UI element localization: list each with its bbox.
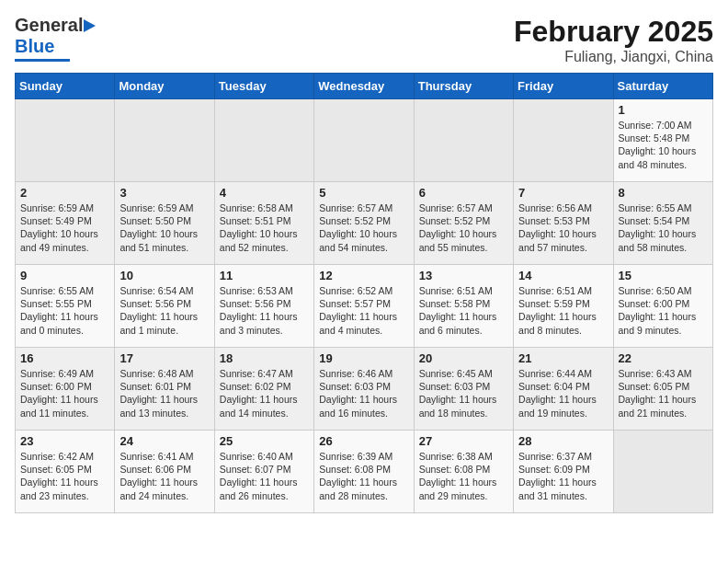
day-number: 12	[319, 269, 408, 282]
day-info: Sunrise: 6:50 AM Sunset: 6:00 PM Dayligh…	[619, 284, 708, 337]
weekday-header-sunday: Sunday	[16, 74, 115, 99]
calendar-cell	[115, 99, 214, 182]
day-info: Sunrise: 6:51 AM Sunset: 5:58 PM Dayligh…	[419, 284, 508, 337]
logo-general: General	[15, 15, 83, 36]
day-info: Sunrise: 6:43 AM Sunset: 6:05 PM Dayligh…	[619, 367, 708, 419]
calendar-cell: 12Sunrise: 6:52 AM Sunset: 5:57 PM Dayli…	[314, 265, 414, 348]
day-number: 14	[518, 269, 608, 282]
calendar-table: SundayMondayTuesdayWednesdayThursdayFrid…	[15, 73, 713, 513]
day-info: Sunrise: 6:41 AM Sunset: 6:06 PM Dayligh…	[119, 450, 209, 502]
calendar-cell: 14Sunrise: 6:51 AM Sunset: 5:59 PM Dayli…	[514, 265, 613, 348]
day-info: Sunrise: 6:57 AM Sunset: 5:52 PM Dayligh…	[419, 201, 508, 254]
calendar-cell: 20Sunrise: 6:45 AM Sunset: 6:03 PM Dayli…	[414, 348, 513, 431]
day-info: Sunrise: 6:57 AM Sunset: 5:52 PM Dayligh…	[319, 201, 408, 254]
weekday-header-monday: Monday	[115, 74, 214, 99]
calendar-cell: 26Sunrise: 6:39 AM Sunset: 6:08 PM Dayli…	[314, 431, 414, 513]
day-info: Sunrise: 6:55 AM Sunset: 5:54 PM Dayligh…	[619, 201, 708, 254]
calendar-cell: 13Sunrise: 6:51 AM Sunset: 5:58 PM Dayli…	[414, 265, 513, 348]
day-number: 5	[319, 186, 408, 200]
day-info: Sunrise: 6:44 AM Sunset: 6:04 PM Dayligh…	[518, 367, 608, 419]
day-info: Sunrise: 6:56 AM Sunset: 5:53 PM Dayligh…	[518, 201, 608, 254]
calendar-cell: 17Sunrise: 6:48 AM Sunset: 6:01 PM Dayli…	[115, 348, 214, 431]
page-header: General Blue February 2025 Fuliang, Jian…	[15, 15, 713, 65]
logo: General Blue	[15, 15, 97, 62]
day-number: 16	[20, 351, 109, 365]
calendar-cell: 21Sunrise: 6:44 AM Sunset: 6:04 PM Dayli…	[514, 348, 613, 431]
calendar-cell: 9Sunrise: 6:55 AM Sunset: 5:55 PM Daylig…	[16, 265, 115, 348]
day-number: 7	[518, 186, 608, 200]
calendar-cell: 25Sunrise: 6:40 AM Sunset: 6:07 PM Dayli…	[214, 431, 313, 513]
calendar-cell: 10Sunrise: 6:54 AM Sunset: 5:56 PM Dayli…	[115, 265, 214, 348]
calendar-cell	[314, 99, 414, 182]
day-number: 24	[119, 434, 209, 448]
logo-blue: Blue	[15, 36, 54, 57]
day-info: Sunrise: 7:00 AM Sunset: 5:48 PM Dayligh…	[619, 119, 708, 171]
day-info: Sunrise: 6:39 AM Sunset: 6:08 PM Dayligh…	[319, 450, 408, 502]
calendar-cell: 18Sunrise: 6:47 AM Sunset: 6:02 PM Dayli…	[214, 348, 313, 431]
calendar-cell: 3Sunrise: 6:59 AM Sunset: 5:50 PM Daylig…	[115, 182, 214, 265]
main-title: February 2025	[514, 15, 713, 49]
day-info: Sunrise: 6:54 AM Sunset: 5:56 PM Dayligh…	[119, 284, 209, 337]
day-info: Sunrise: 6:40 AM Sunset: 6:07 PM Dayligh…	[220, 450, 309, 502]
day-info: Sunrise: 6:52 AM Sunset: 5:57 PM Dayligh…	[319, 284, 408, 337]
day-number: 11	[220, 269, 309, 282]
calendar-cell: 16Sunrise: 6:49 AM Sunset: 6:00 PM Dayli…	[16, 348, 115, 431]
day-number: 1	[619, 103, 708, 117]
logo-underline	[15, 59, 70, 62]
calendar-cell: 2Sunrise: 6:59 AM Sunset: 5:49 PM Daylig…	[16, 182, 115, 265]
day-info: Sunrise: 6:53 AM Sunset: 5:56 PM Dayligh…	[220, 284, 309, 337]
day-number: 10	[119, 269, 209, 282]
day-info: Sunrise: 6:45 AM Sunset: 6:03 PM Dayligh…	[419, 367, 508, 419]
day-info: Sunrise: 6:37 AM Sunset: 6:09 PM Dayligh…	[518, 450, 608, 502]
day-info: Sunrise: 6:58 AM Sunset: 5:51 PM Dayligh…	[220, 201, 309, 254]
day-number: 3	[119, 186, 209, 200]
weekday-header-friday: Friday	[514, 74, 613, 99]
calendar-cell: 27Sunrise: 6:38 AM Sunset: 6:08 PM Dayli…	[414, 431, 513, 513]
day-number: 13	[419, 269, 508, 282]
day-info: Sunrise: 6:42 AM Sunset: 6:05 PM Dayligh…	[20, 450, 109, 502]
day-info: Sunrise: 6:49 AM Sunset: 6:00 PM Dayligh…	[20, 367, 109, 419]
calendar-cell	[16, 99, 115, 182]
weekday-header-tuesday: Tuesday	[214, 74, 313, 99]
calendar-week-row: 2Sunrise: 6:59 AM Sunset: 5:49 PM Daylig…	[16, 182, 713, 265]
calendar-cell: 24Sunrise: 6:41 AM Sunset: 6:06 PM Dayli…	[115, 431, 214, 513]
calendar-cell: 11Sunrise: 6:53 AM Sunset: 5:56 PM Dayli…	[214, 265, 313, 348]
day-number: 28	[518, 434, 608, 448]
weekday-header-wednesday: Wednesday	[314, 74, 414, 99]
day-number: 23	[20, 434, 109, 448]
calendar-cell: 28Sunrise: 6:37 AM Sunset: 6:09 PM Dayli…	[514, 431, 613, 513]
weekday-header-thursday: Thursday	[414, 74, 513, 99]
day-info: Sunrise: 6:55 AM Sunset: 5:55 PM Dayligh…	[20, 284, 109, 337]
day-number: 6	[419, 186, 508, 200]
calendar-cell: 15Sunrise: 6:50 AM Sunset: 6:00 PM Dayli…	[613, 265, 712, 348]
day-number: 9	[20, 269, 109, 282]
calendar-cell: 6Sunrise: 6:57 AM Sunset: 5:52 PM Daylig…	[414, 182, 513, 265]
calendar-cell: 5Sunrise: 6:57 AM Sunset: 5:52 PM Daylig…	[314, 182, 414, 265]
day-info: Sunrise: 6:47 AM Sunset: 6:02 PM Dayligh…	[220, 367, 309, 419]
calendar-week-row: 1Sunrise: 7:00 AM Sunset: 5:48 PM Daylig…	[16, 99, 713, 182]
day-number: 26	[319, 434, 408, 448]
calendar-cell	[414, 99, 513, 182]
calendar-week-row: 9Sunrise: 6:55 AM Sunset: 5:55 PM Daylig…	[16, 265, 713, 348]
sub-title: Fuliang, Jiangxi, China	[514, 49, 713, 65]
day-number: 17	[119, 351, 209, 365]
calendar-week-row: 23Sunrise: 6:42 AM Sunset: 6:05 PM Dayli…	[16, 431, 713, 513]
day-number: 27	[419, 434, 508, 448]
calendar-cell	[514, 99, 613, 182]
day-number: 22	[619, 351, 708, 365]
weekday-header-row: SundayMondayTuesdayWednesdayThursdayFrid…	[16, 74, 713, 99]
day-number: 18	[220, 351, 309, 365]
title-block: February 2025 Fuliang, Jiangxi, China	[514, 15, 713, 65]
calendar-cell: 7Sunrise: 6:56 AM Sunset: 5:53 PM Daylig…	[514, 182, 613, 265]
calendar-cell: 22Sunrise: 6:43 AM Sunset: 6:05 PM Dayli…	[613, 348, 712, 431]
day-number: 2	[20, 186, 109, 200]
calendar-cell: 4Sunrise: 6:58 AM Sunset: 5:51 PM Daylig…	[214, 182, 313, 265]
day-info: Sunrise: 6:48 AM Sunset: 6:01 PM Dayligh…	[119, 367, 209, 419]
calendar-cell: 19Sunrise: 6:46 AM Sunset: 6:03 PM Dayli…	[314, 348, 414, 431]
calendar-cell: 23Sunrise: 6:42 AM Sunset: 6:05 PM Dayli…	[16, 431, 115, 513]
day-number: 15	[619, 269, 708, 282]
day-number: 8	[619, 186, 708, 200]
calendar-cell: 8Sunrise: 6:55 AM Sunset: 5:54 PM Daylig…	[613, 182, 712, 265]
day-info: Sunrise: 6:46 AM Sunset: 6:03 PM Dayligh…	[319, 367, 408, 419]
calendar-cell	[214, 99, 313, 182]
